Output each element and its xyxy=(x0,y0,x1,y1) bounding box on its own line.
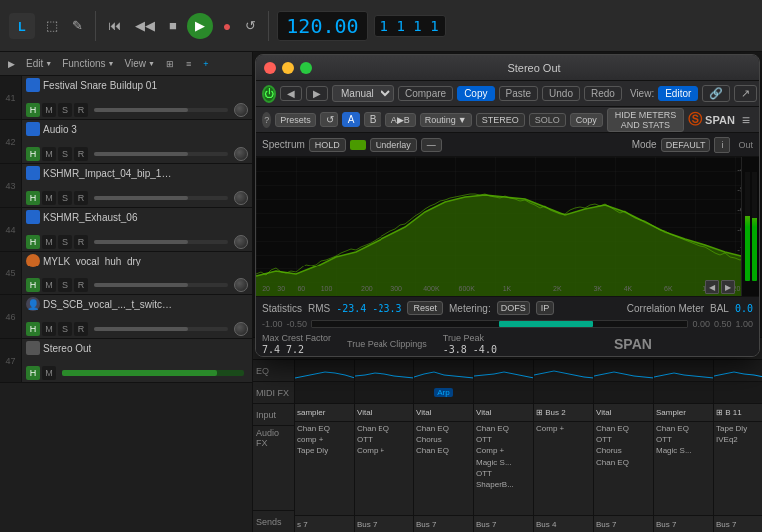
mute-button[interactable]: H xyxy=(26,278,40,292)
pan-knob[interactable] xyxy=(234,235,248,249)
solo-button[interactable]: S xyxy=(58,191,72,205)
window-maximize-button[interactable] xyxy=(300,62,312,74)
ab-toggle-button[interactable]: A▶B xyxy=(385,113,416,127)
cycle-button[interactable]: ↺ xyxy=(241,15,260,36)
nav-back-button[interactable]: ◀ xyxy=(280,86,302,101)
play-button[interactable]: ▶ xyxy=(187,13,213,39)
volume-fader[interactable] xyxy=(94,152,228,156)
mute-button[interactable]: H xyxy=(26,191,40,205)
mute-button[interactable]: H xyxy=(26,366,40,380)
solo-button[interactable]: S xyxy=(58,278,72,292)
pencil-tool-button[interactable]: ✎ xyxy=(68,15,87,36)
midi-button[interactable]: M xyxy=(42,278,56,292)
nav-forward-button[interactable]: ▶ xyxy=(306,86,328,101)
metering-select-button[interactable]: DOFS xyxy=(497,301,530,315)
window-minimize-button[interactable] xyxy=(282,62,294,74)
ip-button[interactable]: IP xyxy=(536,301,555,315)
mute-button[interactable]: H xyxy=(26,322,40,336)
mode-select[interactable]: Manual xyxy=(332,85,394,102)
undo-button[interactable]: Undo xyxy=(542,86,580,101)
rewind-button[interactable]: ⏮ xyxy=(104,15,125,36)
tracks-toolbar: ▶ Edit ▼ Functions ▼ View ▼ ⊞ ≡ + xyxy=(0,52,252,76)
hide-meters-button[interactable]: HIDE METERS AND STATS xyxy=(607,108,684,132)
volume-fader[interactable] xyxy=(62,370,244,376)
record-enable-button[interactable]: R xyxy=(74,103,88,117)
fx-area: Chan EQ Chorus Chan EQ xyxy=(414,422,473,515)
copy-top-button[interactable]: Copy xyxy=(457,86,494,101)
compare-button[interactable]: Compare xyxy=(398,86,453,101)
functions-dropdown[interactable]: Functions ▼ xyxy=(59,57,117,70)
routing-button[interactable]: Routing ▼ xyxy=(420,113,472,127)
midi-button[interactable]: M xyxy=(42,103,56,117)
stereo-button[interactable]: STEREO xyxy=(476,113,525,127)
default-mode-button[interactable]: DEFAULT xyxy=(661,138,711,152)
hold-button[interactable]: HOLD xyxy=(309,138,346,152)
marquee-tool-button[interactable]: ⬚ xyxy=(42,15,62,36)
link-button[interactable]: 🔗 xyxy=(702,85,730,102)
mute-button[interactable]: H xyxy=(26,235,40,249)
pan-knob[interactable] xyxy=(234,191,248,205)
solo-button[interactable]: S xyxy=(58,235,72,249)
mute-button[interactable]: H xyxy=(26,103,40,117)
record-enable-button[interactable]: R xyxy=(74,322,88,336)
spectrum-forward-button[interactable]: ▶ xyxy=(721,280,735,294)
back-button[interactable]: ◀◀ xyxy=(131,15,159,36)
b-button[interactable]: B xyxy=(364,112,381,127)
list-view-button[interactable]: ≡ xyxy=(182,56,195,72)
midi-button[interactable]: M xyxy=(42,322,56,336)
underlay-button[interactable]: Underlay xyxy=(370,138,417,152)
volume-fader[interactable] xyxy=(94,108,228,112)
redo-button[interactable]: Redo xyxy=(584,86,622,101)
refresh-button[interactable]: ↺ xyxy=(320,112,338,127)
collapse-button[interactable]: ▶ xyxy=(4,56,19,72)
midi-button[interactable]: M xyxy=(42,147,56,161)
volume-fader[interactable] xyxy=(94,327,228,331)
menu-button[interactable]: ≡ xyxy=(739,111,753,129)
volume-fader[interactable] xyxy=(94,196,228,200)
solo-button[interactable]: SOLO xyxy=(529,113,566,127)
add-track-button[interactable]: + xyxy=(199,56,212,72)
paste-button[interactable]: Paste xyxy=(499,86,539,101)
track-number: 41 xyxy=(0,76,22,119)
midi-button[interactable]: M xyxy=(42,235,56,249)
stats-label: Statistics xyxy=(262,303,302,314)
send-strip: Bus 7 xyxy=(594,515,653,532)
record-enable-button[interactable]: R xyxy=(74,191,88,205)
solo-button[interactable]: S xyxy=(58,322,72,336)
midi-button[interactable]: M xyxy=(42,191,56,205)
help-button[interactable]: ? xyxy=(262,112,271,128)
dash-button[interactable]: — xyxy=(421,138,442,152)
view-dropdown[interactable]: View ▼ xyxy=(121,57,157,70)
pan-knob[interactable] xyxy=(234,278,248,292)
record-enable-button[interactable]: R xyxy=(74,147,88,161)
mute-button[interactable]: H xyxy=(26,147,40,161)
stop-button[interactable]: ■ xyxy=(165,15,181,36)
copy-small-button[interactable]: Copy xyxy=(570,113,603,127)
presets-button[interactable]: Presets xyxy=(275,113,316,127)
pan-knob[interactable] xyxy=(234,147,248,161)
record-button[interactable]: ● xyxy=(219,15,235,37)
grid-view-button[interactable]: ⊞ xyxy=(162,56,178,72)
solo-button[interactable]: S xyxy=(58,103,72,117)
record-enable-button[interactable]: R xyxy=(74,235,88,249)
info-button[interactable]: i xyxy=(714,137,730,153)
pan-knob[interactable] xyxy=(234,103,248,117)
volume-fader[interactable] xyxy=(94,283,228,287)
main-area: ▶ Edit ▼ Functions ▼ View ▼ ⊞ ≡ + 41 xyxy=(0,52,762,532)
volume-fader[interactable] xyxy=(94,240,228,244)
midi-button[interactable]: M xyxy=(42,366,56,380)
corr-scale-half: 0.50 xyxy=(714,319,732,329)
edit-dropdown[interactable]: Edit ▼ xyxy=(23,57,55,70)
external-button[interactable]: ↗ xyxy=(734,85,757,102)
record-enable-button[interactable]: R xyxy=(74,278,88,292)
spectrum-back-button[interactable]: ◀ xyxy=(705,280,719,294)
pan-knob[interactable] xyxy=(234,322,248,336)
send-label: Bus 7 xyxy=(357,520,377,529)
window-close-button[interactable] xyxy=(264,62,276,74)
reset-button[interactable]: Reset xyxy=(407,301,443,315)
power-button[interactable]: ⏻ xyxy=(262,85,276,103)
a-button[interactable]: A xyxy=(342,112,360,127)
editor-button[interactable]: Editor xyxy=(658,86,698,101)
app-logo: L xyxy=(8,12,36,40)
solo-button[interactable]: S xyxy=(58,147,72,161)
